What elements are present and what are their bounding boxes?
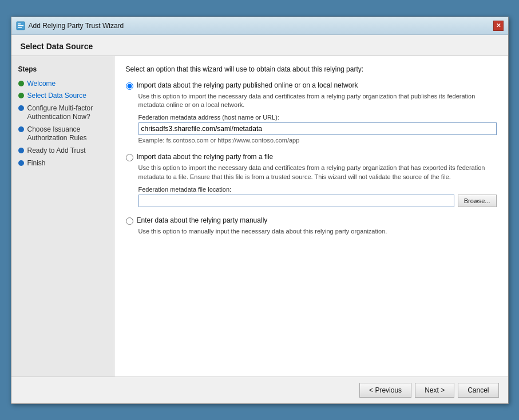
wizard-icon: [16, 21, 25, 30]
title-bar-left: Add Relying Party Trust Wizard: [16, 21, 124, 30]
page-header: Select Data Source: [11, 35, 508, 56]
sidebar: Steps Welcome Select Data Source Configu…: [11, 56, 114, 377]
main-layout: Steps Welcome Select Data Source Configu…: [11, 56, 508, 377]
option-online-desc: Use this option to import the necessary …: [138, 92, 497, 110]
option-manual-label[interactable]: Enter data about the relying party manua…: [137, 216, 268, 224]
sidebar-label-issuance: Choose Issuance Authorization Rules: [27, 125, 107, 143]
option-online-row: Import data about the relying party publ…: [126, 81, 497, 90]
sidebar-item-welcome[interactable]: Welcome: [11, 78, 114, 90]
svg-rect-1: [18, 23, 21, 25]
sidebar-label-ready: Ready to Add Trust: [27, 146, 86, 156]
instruction-text: Select an option that this wizard will u…: [126, 65, 497, 73]
radio-online[interactable]: [126, 82, 133, 90]
sidebar-item-configure-mfa[interactable]: Configure Multi-factor Authentication No…: [11, 102, 114, 124]
option-file-desc: Use this option to import the necessary …: [138, 164, 497, 181]
footer: < Previous Next > Cancel: [11, 377, 508, 403]
title-bar: Add Relying Party Trust Wizard ✕: [11, 17, 508, 35]
sidebar-label-welcome: Welcome: [27, 80, 56, 89]
file-input-row: Browse...: [138, 195, 497, 207]
sidebar-item-choose-issuance[interactable]: Choose Issuance Authorization Rules: [11, 124, 114, 145]
option-file-group: Import data about the relying party from…: [126, 153, 497, 207]
right-panel: Select an option that this wizard will u…: [114, 56, 508, 377]
radio-manual[interactable]: [126, 217, 133, 225]
step-dot-mfa: [18, 105, 24, 111]
option-file-row: Import data about the relying party from…: [126, 153, 497, 161]
page-heading: Select Data Source: [21, 42, 499, 51]
step-dot-finish: [18, 160, 24, 166]
option-file-label[interactable]: Import data about the relying party from…: [137, 153, 274, 161]
main-window: Add Relying Party Trust Wizard ✕ Select …: [11, 17, 509, 404]
federation-url-label: Federation metadata address (host name o…: [138, 114, 497, 121]
window-title: Add Relying Party Trust Wizard: [29, 22, 124, 30]
online-field-group: Federation metadata address (host name o…: [138, 114, 497, 144]
next-button[interactable]: Next >: [415, 383, 454, 398]
radio-file[interactable]: [126, 154, 133, 161]
sidebar-item-finish[interactable]: Finish: [11, 157, 114, 170]
previous-button[interactable]: < Previous: [359, 383, 411, 398]
steps-heading: Steps: [11, 63, 114, 78]
file-location-input[interactable]: [138, 195, 454, 207]
file-location-label: Federation metadata file location:: [138, 186, 497, 193]
step-dot-welcome: [18, 81, 24, 86]
step-dot-select-data: [18, 93, 24, 98]
sidebar-item-ready-to-add[interactable]: Ready to Add Trust: [11, 145, 114, 157]
sidebar-label-finish: Finish: [27, 159, 46, 168]
sidebar-label-select-data: Select Data Source: [27, 92, 86, 101]
close-button[interactable]: ✕: [493, 21, 504, 31]
option-manual-row: Enter data about the relying party manua…: [126, 216, 497, 225]
browse-button[interactable]: Browse...: [458, 195, 497, 207]
step-dot-issuance: [18, 126, 24, 132]
option-online-group: Import data about the relying party publ…: [126, 81, 497, 144]
option-online-label[interactable]: Import data about the relying party publ…: [137, 81, 358, 89]
sidebar-item-select-data-source[interactable]: Select Data Source: [11, 90, 114, 102]
svg-rect-2: [18, 25, 23, 26]
sidebar-label-mfa: Configure Multi-factor Authentication No…: [27, 104, 107, 122]
federation-url-hint: Example: fs.contoso.com or https://www.c…: [138, 137, 497, 144]
step-dot-ready: [18, 148, 24, 153]
option-manual-desc: Use this option to manually input the ne…: [138, 227, 497, 236]
option-manual-group: Enter data about the relying party manua…: [126, 216, 497, 236]
file-field-group: Federation metadata file location: Brows…: [138, 186, 497, 207]
svg-rect-3: [18, 27, 22, 28]
federation-url-input[interactable]: [138, 122, 497, 135]
cancel-button[interactable]: Cancel: [458, 383, 498, 398]
